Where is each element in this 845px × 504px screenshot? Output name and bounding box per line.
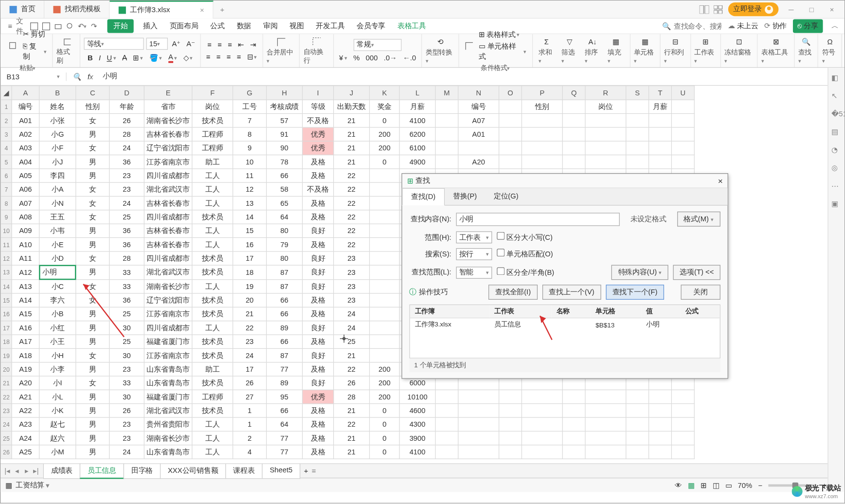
cell[interactable]: 小M	[39, 445, 76, 459]
cell[interactable]: 山东省青岛市	[144, 376, 192, 390]
cell[interactable]: 男	[76, 155, 109, 168]
cell[interactable]: 男	[76, 362, 109, 376]
cell[interactable]	[370, 265, 400, 280]
cell[interactable]: 0	[370, 155, 400, 168]
sheet-tab[interactable]: Sheet5	[262, 463, 300, 479]
row-header[interactable]: 21	[1, 376, 12, 390]
cell[interactable]: 3900	[399, 431, 435, 445]
percent[interactable]: %	[352, 53, 362, 63]
cell[interactable]: 66	[267, 404, 303, 417]
cell[interactable]	[562, 141, 585, 155]
cell[interactable]: 18	[233, 265, 267, 280]
header-cell[interactable]: 考核成绩	[267, 100, 303, 113]
indent-inc[interactable]: ⇥	[248, 40, 258, 50]
cell[interactable]: 16	[233, 237, 267, 251]
cell[interactable]: 技术员	[192, 348, 233, 362]
find-button[interactable]: 🔍	[800, 37, 812, 47]
cell[interactable]	[585, 431, 626, 445]
cell[interactable]: 女	[76, 113, 109, 127]
row-header[interactable]: 5	[1, 155, 12, 168]
cell[interactable]: 22	[334, 182, 370, 196]
cell[interactable]: 男	[76, 321, 109, 335]
cell[interactable]	[435, 127, 458, 141]
cell[interactable]: 女	[76, 210, 109, 224]
login-button[interactable]: 立即登录	[728, 2, 778, 16]
cell[interactable]: 2	[233, 431, 267, 445]
cell[interactable]: 36	[109, 155, 144, 168]
tab-template[interactable]: 找稻壳模板	[44, 0, 109, 18]
cell[interactable]: 4	[233, 445, 267, 459]
cell[interactable]: A07	[12, 196, 39, 210]
cell[interactable]: A18	[12, 348, 39, 362]
cell[interactable]: 1	[233, 417, 267, 431]
tools-button[interactable]: ⊠	[771, 37, 781, 47]
cell[interactable]: 技术员	[192, 376, 233, 390]
cell[interactable]: 26	[109, 113, 144, 127]
row-header[interactable]: 8	[1, 196, 12, 210]
cell[interactable]	[499, 445, 522, 459]
cells-button[interactable]: ▦	[640, 37, 650, 47]
cell[interactable]: 及格	[303, 237, 334, 251]
header-cell[interactable]	[562, 100, 585, 113]
zoom-out[interactable]: −	[758, 481, 762, 489]
side-style-icon[interactable]: ◧	[831, 74, 841, 84]
header-cell[interactable]	[499, 100, 522, 113]
cell[interactable]: A16	[12, 321, 39, 335]
cell[interactable]	[585, 445, 626, 459]
cell[interactable]: 77	[267, 445, 303, 459]
cell[interactable]: 贵州省贵阳市	[144, 417, 192, 431]
cell[interactable]	[499, 141, 522, 155]
row-header[interactable]: 6	[1, 169, 12, 182]
cell[interactable]: 吉林省长春市	[144, 127, 192, 141]
cell[interactable]: A06	[12, 182, 39, 196]
header-cell[interactable]: 性别	[76, 100, 109, 113]
cell[interactable]: 95	[267, 390, 303, 403]
cell[interactable]: A25	[12, 445, 39, 459]
cell[interactable]	[585, 390, 626, 403]
cell[interactable]: 25	[109, 335, 144, 348]
cell[interactable]: 小G	[39, 127, 76, 141]
cell[interactable]	[671, 390, 694, 403]
fill-button[interactable]: ▦	[611, 37, 621, 47]
cell[interactable]: 及格	[303, 404, 334, 417]
col-header[interactable]: T	[649, 86, 672, 100]
cell[interactable]	[370, 307, 400, 321]
cell[interactable]: 男	[76, 431, 109, 445]
cell[interactable]: 23	[109, 362, 144, 376]
cell[interactable]	[458, 445, 499, 459]
cell[interactable]: 21	[334, 155, 370, 168]
cell[interactable]: 57	[267, 113, 303, 127]
cell[interactable]: 四川省成都市	[144, 169, 192, 182]
align-bot[interactable]: ≡	[226, 40, 234, 50]
cond-fmt[interactable]	[463, 41, 475, 51]
strike[interactable]: A̶	[120, 53, 128, 63]
cell[interactable]: A03	[12, 141, 39, 155]
cell[interactable]: 女	[76, 280, 109, 293]
cell[interactable]: 89	[267, 321, 303, 335]
col-header[interactable]: M	[435, 86, 458, 100]
search-select[interactable]: 按行▾	[456, 248, 492, 260]
command-search[interactable]: 🔍	[662, 22, 721, 30]
cell[interactable]: 64	[267, 417, 303, 431]
cell[interactable]: 江苏省南京市	[144, 155, 192, 168]
col-header[interactable]: P	[521, 86, 562, 100]
side-settings-icon[interactable]: �512	[831, 109, 841, 119]
dlg-tab-goto[interactable]: 定位(G)	[485, 188, 527, 205]
sheet-tab[interactable]: 成绩表	[43, 463, 80, 479]
cloud-status[interactable]: ☁ 未上云	[728, 21, 758, 31]
special-button[interactable]: 特殊内容(U) ▾	[611, 265, 668, 280]
underline[interactable]: U▾	[105, 53, 118, 63]
cell[interactable]	[435, 417, 458, 431]
cell[interactable]: 6200	[399, 127, 435, 141]
col-header[interactable]: F	[192, 86, 233, 100]
cell[interactable]: 21	[334, 141, 370, 155]
cell[interactable]: 23	[334, 265, 370, 280]
cell[interactable]	[562, 390, 585, 403]
cell[interactable]: 及格	[303, 431, 334, 445]
cell[interactable]: 19	[233, 280, 267, 293]
name-box[interactable]: B13▾	[0, 72, 67, 80]
cell[interactable]: 小H	[39, 348, 76, 362]
cell[interactable]: 良好	[303, 280, 334, 293]
cell[interactable]: 87	[267, 280, 303, 293]
row-header[interactable]: 3	[1, 127, 12, 141]
